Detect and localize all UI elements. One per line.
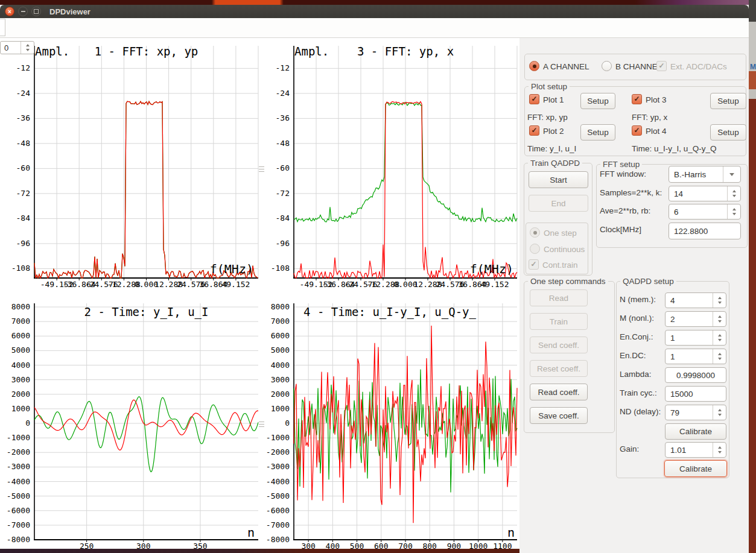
- maximize-icon[interactable]: [31, 7, 41, 16]
- n-mem-spinbox[interactable]: 4: [665, 292, 726, 308]
- plot2-checkbox[interactable]: [529, 125, 539, 136]
- ave-label: Ave=2**rb, rb:: [600, 206, 650, 215]
- svg-text:2000: 2000: [11, 390, 30, 399]
- ext-adc-dacs-label: Ext. ADC/DACs: [670, 62, 727, 71]
- svg-text:6000: 6000: [11, 331, 30, 340]
- fft-window-combobox[interactable]: B.-Harris: [669, 166, 741, 183]
- spinbox-arrows[interactable]: [713, 330, 726, 345]
- gain-value: 1.01: [665, 446, 686, 455]
- screen: × DPDviewer -49.152-36.864-24.576-12.288…: [0, 0, 756, 553]
- background-window-right: M: [749, 0, 756, 553]
- background-orange-sliver: [749, 71, 756, 89]
- reset-coeff-button: Reset coeff.: [530, 360, 588, 377]
- b-channel-radio[interactable]: [602, 61, 612, 71]
- en-dc-spinbox[interactable]: 1: [665, 349, 726, 364]
- svg-text:-4000: -4000: [7, 477, 30, 486]
- one-step-label: One step: [544, 229, 577, 238]
- svg-text:1 - FFT: xp, yp: 1 - FFT: xp, yp: [95, 45, 199, 58]
- en-dc-label: En.DC:: [620, 351, 646, 360]
- spinbox-arrows[interactable]: [713, 293, 726, 308]
- svg-text:5000: 5000: [11, 346, 30, 355]
- svg-text:2000: 2000: [271, 390, 290, 399]
- minimize-icon[interactable]: [18, 7, 28, 16]
- spinbox-arrows[interactable]: [713, 405, 726, 420]
- fft-window-label: FFT window:: [600, 169, 646, 179]
- plot3-setup-button[interactable]: Setup: [710, 93, 746, 109]
- train-cyc-value: 15000: [665, 390, 693, 399]
- spinbox-arrows[interactable]: [713, 312, 726, 326]
- svg-text:n: n: [247, 525, 255, 540]
- svg-text:-7000: -7000: [7, 520, 30, 529]
- spinbox-arrows[interactable]: [727, 204, 740, 219]
- start-button[interactable]: Start: [529, 171, 588, 188]
- plot2-signals-label: Time: y_I, u_I: [527, 144, 576, 153]
- calibrate-gain-button[interactable]: Calibrate: [664, 460, 727, 477]
- chevron-down-icon[interactable]: [723, 166, 740, 182]
- plot1-label: Plot 1: [543, 95, 564, 104]
- plot-index-spinbox[interactable]: 0: [0, 41, 34, 54]
- lambda-value: 0.9998000: [676, 371, 715, 380]
- save-coeff-button[interactable]: Save coeff.: [530, 407, 588, 424]
- plot1-checkbox[interactable]: [529, 94, 539, 104]
- m-nonl-value: 2: [665, 315, 675, 324]
- svg-text:-96: -96: [276, 239, 290, 248]
- ext-adc-dacs-checkbox: [656, 61, 667, 71]
- svg-text:-5000: -5000: [7, 491, 30, 501]
- samples-spinbox[interactable]: 14: [669, 186, 741, 201]
- plot3-checkbox[interactable]: [632, 94, 642, 104]
- plot2-setup-button[interactable]: Setup: [580, 124, 615, 141]
- svg-text:Ampl.: Ampl.: [35, 45, 69, 58]
- svg-text:2 - Time: y_I, u_I: 2 - Time: y_I, u_I: [84, 305, 209, 319]
- svg-text:-24: -24: [16, 89, 31, 98]
- plot4-setup-button[interactable]: Setup: [710, 124, 746, 141]
- calibrate-nd-button[interactable]: Calibrate: [665, 423, 726, 440]
- en-conj-spinbox[interactable]: 1: [665, 330, 726, 346]
- svg-text:49.152: 49.152: [481, 280, 509, 289]
- svg-text:-48: -48: [276, 139, 290, 148]
- plot-2-time-yi-ui: 2503003508000700060005000400030002000100…: [0, 300, 259, 549]
- splitter-handle[interactable]: [259, 166, 264, 172]
- close-icon[interactable]: ×: [5, 7, 14, 16]
- plot3-signals-label: FFT: yp, x: [632, 113, 667, 122]
- gain-spinbox[interactable]: 1.01: [665, 442, 726, 458]
- m-nonl-spinbox[interactable]: 2: [665, 311, 726, 327]
- window-title: DPDviewer: [49, 7, 91, 16]
- plot4-checkbox[interactable]: [632, 125, 642, 136]
- plot1-setup-button[interactable]: Setup: [580, 93, 615, 109]
- svg-text:-5000: -5000: [266, 491, 290, 501]
- read-coeff-button[interactable]: Read coeff.: [530, 384, 588, 400]
- background-text: M: [750, 63, 756, 71]
- n-mem-value: 4: [665, 296, 675, 305]
- plot3-label: Plot 3: [646, 95, 667, 104]
- sidebar-handle[interactable]: [0, 19, 5, 36]
- plot-1-fft-xp-yp: -49.152-36.864-24.576-12.2880.00012.2882…: [0, 38, 259, 300]
- svg-text:3 - FFT: yp, x: 3 - FFT: yp, x: [357, 45, 454, 58]
- svg-text:-84: -84: [16, 213, 31, 223]
- svg-text:-84: -84: [276, 213, 290, 223]
- ave-spinbox[interactable]: 6: [669, 204, 741, 220]
- spinbox-arrows[interactable]: [713, 349, 726, 364]
- train-cyc-field[interactable]: 15000: [665, 386, 726, 402]
- svg-text:6000: 6000: [271, 331, 290, 340]
- plot-canvas: -49.152-36.864-24.576-12.2880.00012.2882…: [0, 38, 519, 553]
- control-panel: A CHANNEL B CHANNEL Ext. ADC/DACs Plot s…: [519, 38, 749, 553]
- one-step-commands-legend: One step commands: [528, 277, 608, 286]
- svg-text:-4000: -4000: [266, 477, 290, 486]
- a-channel-radio[interactable]: [529, 61, 539, 71]
- plot4-label: Plot 4: [646, 127, 667, 136]
- desktop-bottom-strip: [0, 549, 519, 553]
- lambda-field[interactable]: 0.9998000: [665, 367, 726, 383]
- svg-text:0: 0: [285, 419, 290, 428]
- spinbox-arrows[interactable]: [21, 42, 34, 54]
- svg-text:7000: 7000: [11, 317, 30, 326]
- clock-field[interactable]: 122.8800: [669, 223, 741, 239]
- toolbar: [0, 18, 749, 38]
- svg-text:-12: -12: [16, 63, 30, 72]
- svg-text:f(MHz): f(MHz): [470, 262, 513, 276]
- spinbox-arrows[interactable]: [713, 443, 726, 457]
- splitter-handle[interactable]: [259, 422, 264, 428]
- continuous-radio: [530, 244, 540, 254]
- svg-text:-48: -48: [16, 139, 30, 148]
- nd-delay-spinbox[interactable]: 79: [665, 405, 726, 420]
- spinbox-arrows[interactable]: [727, 186, 740, 201]
